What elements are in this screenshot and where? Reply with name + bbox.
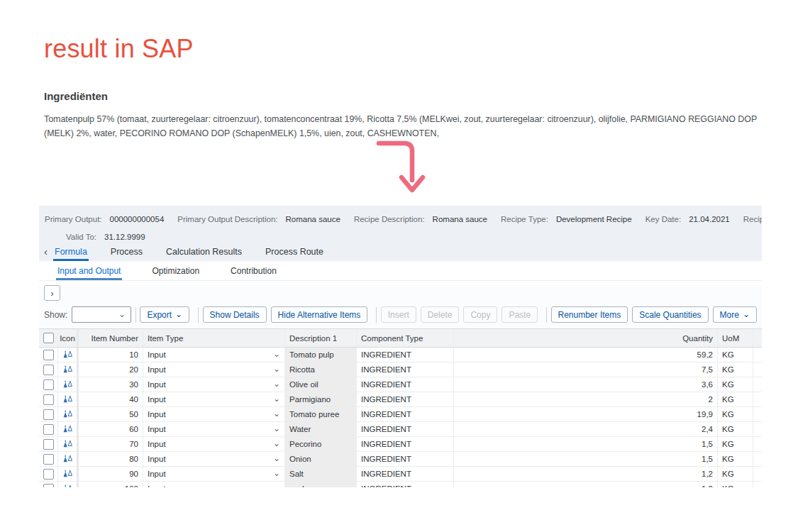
item-type-cell[interactable]: Input⌄ <box>143 362 285 377</box>
column-header-quantity[interactable]: Quantity <box>454 329 718 347</box>
substance-icon <box>62 484 73 488</box>
chevron-down-icon: ⌄ <box>118 312 126 317</box>
chevron-down-icon: ⌄ <box>743 312 750 317</box>
item-number-cell: 40 <box>79 392 143 406</box>
scale-quantities-button[interactable]: Scale Quantities <box>632 306 708 323</box>
row-checkbox[interactable] <box>43 409 54 420</box>
row-icon-cell <box>58 437 79 451</box>
component-type-cell: INGREDIENT <box>357 422 454 436</box>
description-cell: Parmigiano <box>285 392 357 406</box>
row-select-cell <box>39 422 58 436</box>
table-row: 60Input⌄WaterINGREDIENT2,4KG <box>39 422 762 437</box>
item-type-cell[interactable]: Input⌄ <box>143 437 285 451</box>
item-number-cell: 80 <box>79 452 143 466</box>
substance-icon <box>62 425 73 434</box>
export-button[interactable]: Export⌄ <box>140 306 189 323</box>
item-type-cell[interactable]: Input⌄ <box>143 392 285 406</box>
column-header-icon[interactable]: Icon <box>58 329 79 347</box>
uom-cell: KG <box>718 348 753 362</box>
description-cell: Tomato pulp <box>285 348 357 362</box>
row-checkbox[interactable] <box>43 394 54 405</box>
item-number-cell: 60 <box>79 422 143 436</box>
back-icon[interactable]: ‹ <box>43 246 53 258</box>
uom-cell: KG <box>718 437 753 451</box>
column-header-description-1[interactable]: Description 1 <box>285 329 357 347</box>
hide-alternative-items-button[interactable]: Hide Alternative Items <box>271 306 368 323</box>
chevron-down-icon[interactable]: ⌄ <box>273 367 280 372</box>
row-checkbox[interactable] <box>43 469 54 480</box>
row-end-cell <box>753 392 762 406</box>
header-field-value: Development Recipe <box>556 215 632 223</box>
item-type-cell[interactable]: Input⌄ <box>143 407 285 421</box>
substance-icon <box>62 395 73 404</box>
chevron-down-icon[interactable]: ⌄ <box>273 456 280 461</box>
description-cell: Ricotta <box>285 362 357 377</box>
column-header-component-type[interactable]: Component Type <box>357 329 454 347</box>
item-type-value: Input <box>148 425 166 433</box>
row-checkbox[interactable] <box>43 379 54 390</box>
button-label: Scale Quantities <box>639 310 701 320</box>
item-type-cell[interactable]: Input⌄ <box>143 467 285 481</box>
item-type-cell[interactable]: Input⌄ <box>143 348 285 362</box>
column-header-uom[interactable]: UoM <box>718 329 753 347</box>
button-label: Renumber Items <box>558 310 621 320</box>
item-type-cell[interactable]: Input⌄ <box>143 377 285 392</box>
column-header-item-type[interactable]: Item Type <box>143 329 285 347</box>
button-label: Copy <box>470 310 490 320</box>
chevron-down-icon[interactable]: ⌄ <box>273 382 280 387</box>
chevron-down-icon[interactable]: ⌄ <box>273 441 280 446</box>
component-type-cell: INGREDIENT <box>357 348 454 362</box>
subtab-input-and-output[interactable]: Input and Output <box>56 261 122 280</box>
tab-formula[interactable]: Formula <box>53 243 89 261</box>
row-checkbox[interactable] <box>43 439 54 450</box>
row-checkbox[interactable] <box>43 484 54 488</box>
component-type-cell: INGREDIENT <box>357 437 454 451</box>
chevron-down-icon[interactable]: ⌄ <box>273 426 280 431</box>
chevron-down-icon[interactable]: ⌄ <box>273 486 280 487</box>
item-type-cell[interactable]: Input⌄ <box>143 452 285 466</box>
row-end-cell <box>753 422 762 436</box>
chevron-down-icon[interactable]: ⌄ <box>273 397 280 401</box>
select-all-checkbox[interactable] <box>43 333 54 343</box>
component-type-cell: INGREDIENT <box>357 362 454 377</box>
column-header-empty <box>39 329 58 347</box>
row-select-cell <box>39 392 58 406</box>
item-type-cell[interactable]: Input⌄ <box>143 422 285 436</box>
column-header-item-number[interactable]: Item Number <box>79 329 143 347</box>
row-checkbox[interactable] <box>43 424 54 435</box>
tab-process[interactable]: Process <box>109 243 144 261</box>
expand-header-button[interactable]: › <box>44 285 60 301</box>
tab-calculation-results[interactable]: Calculation Results <box>165 243 243 261</box>
item-type-cell[interactable]: Input⌄ <box>143 482 285 487</box>
quantity-cell: 19,9 <box>454 407 718 421</box>
header-field-label: Key Date: <box>645 215 682 223</box>
quantity-cell: 59,2 <box>454 348 718 362</box>
row-checkbox[interactable] <box>43 454 54 465</box>
row-end-cell <box>753 362 762 377</box>
show-select[interactable]: ⌄ <box>72 306 131 323</box>
row-checkbox[interactable] <box>43 365 54 375</box>
chevron-down-icon[interactable]: ⌄ <box>273 352 280 357</box>
more-button[interactable]: More⌄ <box>713 306 757 323</box>
curved-arrow-down-icon <box>369 133 433 203</box>
header-field-label: Valid To: <box>66 233 96 241</box>
table-header-row: IconItem NumberItem TypeDescription 1Com… <box>39 329 762 348</box>
row-icon-cell <box>58 467 79 481</box>
renumber-items-button[interactable]: Renumber Items <box>551 306 628 323</box>
description-cell: Pecorino <box>285 437 357 451</box>
item-type-value: Input <box>148 455 166 463</box>
uom-cell: KG <box>718 422 753 436</box>
row-checkbox[interactable] <box>43 350 54 360</box>
quantity-cell: 2 <box>454 392 718 406</box>
item-type-value: Input <box>148 470 166 478</box>
table-row: 100Input⌄cashewINGREDIENT1,2KG <box>39 482 762 487</box>
subtab-optimization[interactable]: Optimization <box>150 261 201 280</box>
item-number-cell: 90 <box>79 467 143 481</box>
chevron-down-icon[interactable]: ⌄ <box>273 411 280 416</box>
row-icon-cell <box>58 482 79 487</box>
tab-process-route[interactable]: Process Route <box>264 243 325 261</box>
subtab-contribution[interactable]: Contribution <box>229 261 278 280</box>
show-details-button[interactable]: Show Details <box>203 306 267 323</box>
chevron-down-icon[interactable]: ⌄ <box>273 471 280 476</box>
row-select-cell <box>39 348 58 362</box>
